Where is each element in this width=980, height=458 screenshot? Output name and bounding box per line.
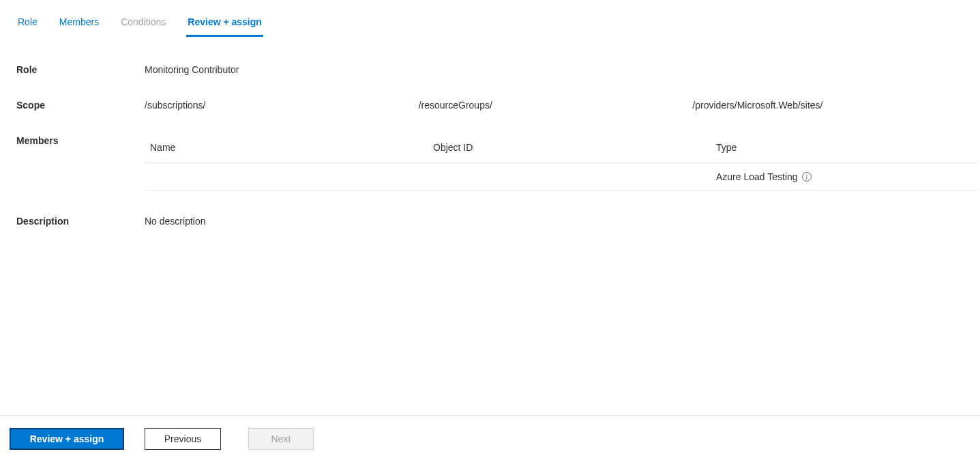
next-button: Next [248,428,314,450]
cell-type: Azure Load Testing i [711,163,979,191]
cell-name [145,163,428,191]
cell-object-id [428,163,711,191]
scope-providers: /providers/Microsoft.Web/sites/ [692,100,966,111]
column-type: Type [711,135,979,163]
content-area: Role Monitoring Contributor Scope /subsc… [0,37,980,227]
description-label: Description [16,216,145,227]
tab-review-assign[interactable]: Review + assign [186,12,263,37]
footer-bar: Review + assign Previous Next [0,415,980,458]
scope-label: Scope [16,100,145,111]
field-description: Description No description [16,216,980,227]
previous-button[interactable]: Previous [145,428,221,450]
scope-resource-groups: /resourceGroups/ [419,100,693,111]
members-table: Name Object ID Type Azure Load Testing i [145,135,979,191]
review-assign-button[interactable]: Review + assign [10,428,124,450]
role-label: Role [16,64,145,75]
field-role: Role Monitoring Contributor [16,64,980,75]
tab-conditions[interactable]: Conditions [119,12,167,37]
role-value: Monitoring Contributor [145,64,980,75]
tab-members[interactable]: Members [58,12,100,37]
field-scope: Scope /subscriptions/ /resourceGroups/ /… [16,100,980,111]
members-label: Members [16,135,145,146]
type-text: Azure Load Testing [716,171,798,182]
info-icon[interactable]: i [802,172,812,182]
scope-value: /subscriptions/ /resourceGroups/ /provid… [145,100,980,111]
field-members: Members Name Object ID Type [16,135,980,191]
column-name: Name [145,135,428,163]
members-section: Name Object ID Type Azure Load Testing i [145,135,980,191]
tabs-container: Role Members Conditions Review + assign [0,0,980,37]
table-row: Azure Load Testing i [145,163,979,191]
tab-role[interactable]: Role [16,12,39,37]
scope-subscriptions: /subscriptions/ [145,100,419,111]
column-object-id: Object ID [428,135,711,163]
description-value: No description [145,216,980,227]
